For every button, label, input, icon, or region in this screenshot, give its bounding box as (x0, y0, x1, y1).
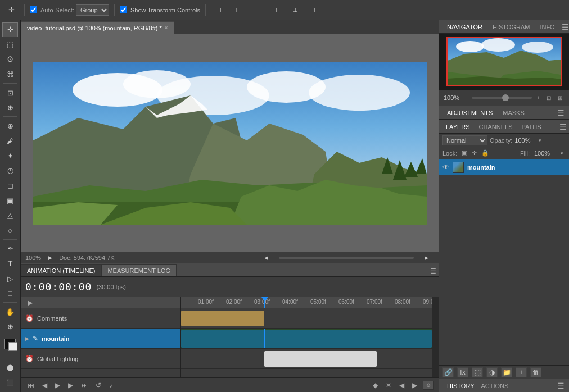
new-group-btn[interactable]: 📁 (501, 367, 512, 377)
timeline-panel-menu[interactable]: ☰ (428, 266, 439, 276)
layers-tab-paths[interactable]: PATHS (517, 122, 546, 131)
history-tab[interactable]: HISTORY (444, 381, 478, 390)
step-back-btn[interactable]: ◀ (40, 380, 49, 390)
align-center-h-btn[interactable]: ⊢ (230, 2, 246, 18)
masks-tab[interactable]: MASKS (499, 108, 528, 117)
track-row-mountain[interactable]: ▶ ✎ mountain (21, 329, 180, 349)
blend-mode-select[interactable]: Normal Multiply Screen (442, 135, 487, 145)
zoom-tool[interactable]: ⊕ (2, 320, 18, 334)
screen-mode-btn[interactable]: ⬛ (2, 375, 18, 390)
new-layer-btn[interactable]: + (516, 367, 527, 377)
navigator-tab[interactable]: NAVIGATOR (444, 22, 486, 31)
nav-zoom-in[interactable]: + (534, 94, 542, 102)
lasso-tool[interactable]: ʘ (2, 52, 18, 67)
navigator-menu-btn[interactable]: ☰ (562, 22, 569, 31)
actions-tab[interactable]: ACTIONS (478, 381, 512, 390)
auto-select-label: Auto-Select: (40, 7, 74, 13)
timeline-settings-btn[interactable]: ⚙ (423, 381, 434, 390)
move-tool-btn[interactable]: ✛ (3, 2, 19, 18)
timeline-scroll-left[interactable]: ◀ (259, 250, 274, 266)
history-brush-tool[interactable]: ◷ (2, 163, 18, 178)
clone-stamp-tool[interactable]: ✦ (2, 149, 18, 163)
track-expand-icon[interactable]: ▶ (25, 336, 29, 341)
link-layers-btn[interactable]: 🔗 (442, 367, 454, 377)
layers-menu-btn[interactable]: ☰ (559, 122, 567, 131)
delete-keyframe-btn[interactable]: ✕ (383, 380, 394, 390)
step-forward-btn[interactable]: ▶ (66, 380, 75, 390)
zoom-info-btn[interactable]: ▶ (46, 253, 55, 262)
history-menu-btn[interactable]: ☰ (557, 381, 565, 390)
loop-btn[interactable]: ↺ (93, 380, 103, 390)
document-tab[interactable]: video_tutorial.psd @ 100% (mountain, RGB… (21, 21, 174, 34)
opacity-stepper[interactable]: ▾ (536, 136, 544, 144)
next-keyframe-btn[interactable]: ▶ (410, 380, 419, 390)
global-lighting-block[interactable] (264, 351, 377, 367)
mountain-block[interactable] (181, 330, 432, 348)
move-tool[interactable]: ✛ (2, 22, 18, 37)
foreground-color[interactable] (4, 339, 16, 349)
layers-tab-channels[interactable]: CHANNELS (475, 122, 517, 131)
pen-tool[interactable]: ✒ (2, 241, 18, 256)
layers-tab-layers[interactable]: LAYERS (441, 122, 475, 131)
dodge-tool[interactable]: ○ (2, 224, 18, 238)
eyedropper-tool[interactable]: ⊕ (2, 101, 18, 115)
path-select-tool[interactable]: ▷ (2, 271, 18, 286)
healing-brush-tool[interactable]: ⊕ (2, 118, 18, 133)
transform-controls-checkbox[interactable] (120, 6, 127, 13)
shape-tool[interactable]: □ (2, 286, 18, 301)
brush-tool[interactable]: 🖌 (2, 134, 18, 148)
add-style-btn[interactable]: fx (457, 367, 468, 377)
delete-layer-btn[interactable]: 🗑 (530, 367, 541, 377)
comments-icon: ⏰ (25, 314, 34, 322)
align-left-btn[interactable]: ⊣ (211, 2, 227, 18)
lock-pixels-icon[interactable]: ▣ (462, 149, 467, 157)
info-tab[interactable]: INFO (536, 22, 558, 31)
nav-zoom-actual[interactable]: ⊞ (556, 94, 565, 102)
type-tool[interactable]: T (2, 257, 18, 271)
timeline-tab-animation[interactable]: ANIMATION (TIMELINE) (21, 264, 101, 276)
timeline-scroll-right[interactable]: ▶ (418, 250, 434, 266)
add-keyframe-btn[interactable]: ◆ (371, 380, 380, 390)
lock-all-icon[interactable]: 🔒 (481, 149, 489, 157)
nav-zoom-out[interactable]: − (462, 94, 469, 102)
align-middle-btn[interactable]: ⊥ (287, 2, 303, 18)
navigator-controls: 100% − + ⊡ ⊞ (439, 90, 569, 106)
lock-move-icon[interactable]: ✛ (472, 149, 477, 157)
fill-stepper[interactable]: ▾ (558, 149, 566, 157)
align-top-btn[interactable]: ⊤ (268, 2, 284, 18)
adj-menu-btn[interactable]: ☰ (557, 108, 565, 117)
layer-visibility-eye[interactable]: 👁 (442, 163, 449, 171)
hand-tool[interactable]: ✋ (2, 304, 18, 319)
play-stop-btn[interactable]: ▶ (53, 380, 62, 390)
prev-keyframe-btn[interactable]: ◀ (397, 380, 407, 390)
selection-tool[interactable]: ⬚ (2, 38, 18, 52)
tab-close-btn[interactable]: × (165, 25, 168, 31)
auto-select-checkbox[interactable] (30, 6, 37, 13)
nav-zoom-slider[interactable] (472, 97, 532, 99)
magic-wand-tool[interactable]: ⌘ (2, 67, 18, 82)
adjustments-tab[interactable]: ADJUSTMENTS (444, 108, 496, 117)
go-to-last-btn[interactable]: ⏭ (79, 380, 90, 390)
playhead[interactable] (264, 329, 265, 348)
quick-mask-tool[interactable]: ⬤ (2, 361, 18, 375)
mute-btn[interactable]: ♪ (107, 380, 115, 390)
blur-tool[interactable]: △ (2, 208, 18, 223)
eraser-tool[interactable]: ◻ (2, 179, 18, 193)
timeline-tab-measurement[interactable]: MEASUREMENT LOG (101, 264, 177, 276)
align-right-btn[interactable]: ⊣ (249, 2, 265, 18)
histogram-tab[interactable]: HISTOGRAM (489, 22, 533, 31)
gradient-tool[interactable]: ▣ (2, 193, 18, 208)
auto-select-type[interactable]: Group Layer (76, 4, 109, 16)
nav-zoom-thumb[interactable] (502, 94, 509, 101)
nav-zoom-fit[interactable]: ⊡ (544, 94, 553, 102)
add-mask-btn[interactable]: ⬚ (472, 367, 483, 377)
new-adjustment-btn[interactable]: ◑ (486, 367, 498, 377)
timeline-v-scrollbar[interactable] (432, 297, 439, 377)
go-to-first-btn[interactable]: ⏮ (25, 380, 37, 390)
crop-tool[interactable]: ⊡ (2, 85, 18, 100)
align-bottom-btn[interactable]: ⊤ (306, 2, 322, 18)
timeline-tracks: ▶ ⏰ Comments ▶ ✎ mountain ⏰ (21, 297, 439, 377)
play-btn[interactable]: ▶ (25, 298, 35, 308)
layer-row-mountain[interactable]: 👁 mountain (439, 159, 569, 175)
comments-block[interactable] (181, 311, 264, 326)
